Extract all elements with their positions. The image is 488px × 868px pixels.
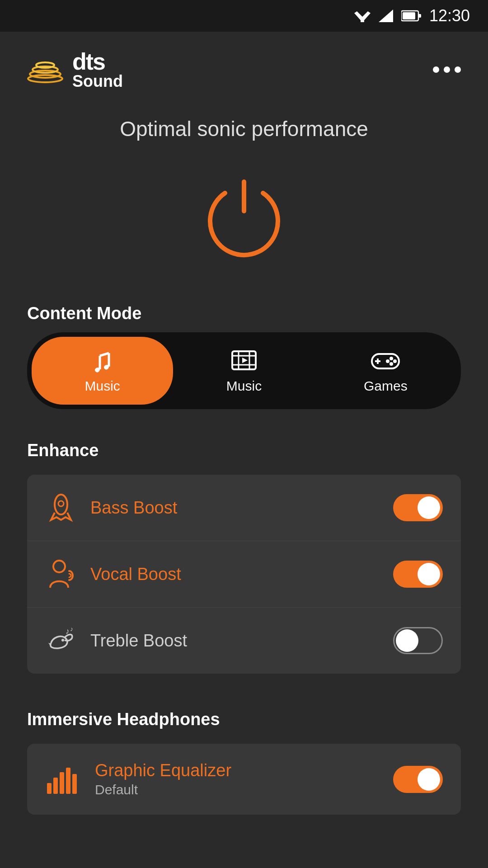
svg-point-29 (58, 501, 64, 506)
logo-area: dts Sound (27, 50, 123, 90)
graphic-eq-item: Graphic Equalizer Default (27, 744, 461, 815)
mode-games-label: Games (364, 378, 408, 394)
svg-point-31 (61, 639, 64, 642)
svg-point-25 (393, 359, 397, 363)
vocal-boost-knob (418, 563, 440, 585)
svg-rect-35 (53, 778, 58, 794)
status-bar: 12:30 (0, 0, 488, 32)
logo-dts-label: dts (72, 50, 123, 73)
app-header: dts Sound (0, 32, 488, 99)
hero-subtitle: Optimal sonic performance (0, 99, 488, 164)
graphic-eq-toggle[interactable] (393, 766, 443, 793)
graphic-eq-knob (418, 768, 440, 791)
battery-icon (401, 10, 421, 22)
mode-music-active[interactable]: Music (32, 337, 173, 405)
dot-3 (455, 66, 461, 73)
svg-rect-6 (403, 12, 415, 19)
bass-boost-name: Bass Boost (90, 498, 380, 518)
immersive-section: Immersive Headphones Graphic Equalizer D… (27, 696, 461, 815)
treble-boost-icon: ♪ ♪ (47, 625, 76, 656)
gamepad-icon (370, 348, 401, 375)
bass-boost-knob (418, 496, 440, 519)
immersive-label: Immersive Headphones (27, 696, 461, 736)
graphic-eq-icon-container (45, 761, 81, 797)
graphic-eq-sub: Default (95, 782, 380, 797)
graphic-eq-name: Graphic Equalizer (95, 761, 380, 780)
wifi-icon (354, 9, 371, 22)
svg-point-26 (389, 362, 393, 366)
svg-text:♪: ♪ (70, 625, 73, 632)
treble-boost-name: Treble Boost (90, 631, 380, 651)
treble-boost-item: ♪ ♪ Treble Boost (27, 608, 461, 674)
vocal-boost-toggle[interactable] (393, 561, 443, 588)
power-button[interactable] (194, 168, 294, 268)
treble-boost-icon-container: ♪ ♪ (45, 625, 77, 656)
mode-games[interactable]: Games (315, 337, 456, 405)
svg-point-24 (389, 357, 393, 360)
svg-rect-36 (60, 772, 64, 794)
dot-2 (444, 66, 450, 73)
svg-point-30 (53, 561, 65, 572)
svg-point-28 (55, 495, 67, 514)
video-icon (230, 348, 258, 375)
status-time: 12:30 (429, 6, 470, 25)
svg-rect-37 (66, 768, 70, 794)
vocal-boost-icon (47, 558, 76, 590)
power-button-container (0, 164, 488, 295)
bass-boost-icon (47, 492, 75, 524)
svg-marker-20 (242, 358, 248, 363)
mode-music-active-label: Music (84, 378, 120, 394)
vocal-boost-name: Vocal Boost (90, 565, 380, 584)
bass-boost-icon-container (45, 492, 77, 524)
logo-text: dts Sound (72, 50, 123, 90)
content-mode-label: Content Mode (0, 295, 488, 332)
dts-logo-icon (27, 56, 63, 83)
enhance-card: Bass Boost Vocal Boost (27, 475, 461, 674)
graphic-eq-icon (45, 761, 81, 797)
signal-icon (379, 9, 393, 22)
dot-1 (433, 66, 439, 73)
svg-rect-34 (47, 783, 52, 794)
more-options-button[interactable] (433, 66, 461, 73)
immersive-card: Graphic Equalizer Default (27, 744, 461, 815)
treble-boost-toggle[interactable] (393, 627, 443, 654)
svg-line-14 (100, 353, 109, 356)
svg-text:♪: ♪ (66, 627, 70, 636)
svg-point-10 (36, 62, 54, 68)
graphic-eq-text: Graphic Equalizer Default (95, 761, 380, 797)
svg-point-27 (386, 359, 389, 363)
mode-video[interactable]: Music (173, 337, 314, 405)
mode-video-label: Music (226, 378, 262, 394)
content-mode-bar: Music Music Games (27, 332, 461, 409)
vocal-boost-icon-container (45, 558, 77, 590)
music-note-icon (89, 348, 116, 375)
svg-rect-5 (418, 14, 421, 18)
status-icons: 12:30 (354, 6, 470, 25)
svg-marker-3 (379, 9, 393, 22)
vocal-boost-item: Vocal Boost (27, 541, 461, 608)
bass-boost-item: Bass Boost (27, 475, 461, 541)
enhance-label: Enhance (27, 427, 461, 467)
svg-rect-38 (72, 774, 77, 794)
logo-sound-label: Sound (72, 73, 123, 90)
enhance-section: Enhance Bass Boost (27, 427, 461, 674)
bass-boost-toggle[interactable] (393, 494, 443, 521)
treble-boost-knob (396, 629, 418, 652)
